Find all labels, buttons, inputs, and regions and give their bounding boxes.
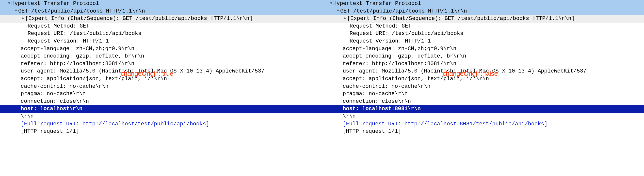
- accept-encoding-row[interactable]: accept-encoding: gzip, deflate, br\r\n: [0, 53, 322, 60]
- root-label: Hypertext Transfer Protocol: [11, 0, 99, 7]
- root-label: Hypertext Transfer Protocol: [333, 0, 421, 7]
- host-row[interactable]: host: localhost:8081\r\n: [322, 105, 644, 113]
- request-line-text: GET /test/public/api/books HTTP/1.1\r\n: [18, 8, 145, 14]
- packet-panel-left: Hypertext Transfer Protocol GET /test/pu…: [0, 0, 322, 136]
- accept-encoding-text: accept-encoding: gzip, deflate, br\r\n: [343, 53, 466, 59]
- request-version-text: Request Version: HTTP/1.1: [350, 38, 431, 44]
- disclosure-triangle-icon[interactable]: [21, 16, 25, 21]
- blank-row[interactable]: \r\n: [0, 113, 322, 120]
- expert-info-text: [Expert Info (Chat/Sequence): GET /test/…: [347, 15, 574, 22]
- disclosure-triangle-icon[interactable]: [7, 1, 11, 6]
- expert-info-row[interactable]: [Expert Info (Chat/Sequence): GET /test/…: [0, 15, 322, 23]
- request-method-text: Request Method: GET: [350, 23, 411, 29]
- accept-encoding-row[interactable]: accept-encoding: gzip, deflate, br\r\n: [322, 53, 644, 60]
- full-uri-row[interactable]: [Full request URI: http://localhost/test…: [0, 120, 322, 128]
- packet-panel-right: Hypertext Transfer Protocol GET /test/pu…: [322, 0, 644, 136]
- connection-text: connection: close\r\n: [21, 98, 89, 104]
- request-method-row[interactable]: Request Method: GET: [322, 23, 644, 30]
- full-uri-link[interactable]: [Full request URI: http://localhost/test…: [21, 121, 209, 127]
- cache-control-text: cache-control: no-cache\r\n: [21, 83, 108, 89]
- request-version-row[interactable]: Request Version: HTTP/1.1: [0, 38, 322, 45]
- annotation-right: changeOrigin: false: [443, 70, 498, 78]
- cache-control-row[interactable]: cache-control: no-cache\r\n: [322, 83, 644, 90]
- connection-text: connection: close\r\n: [343, 98, 411, 104]
- http-request-row[interactable]: [HTTP request 1/1]: [0, 128, 322, 136]
- cache-control-row[interactable]: cache-control: no-cache\r\n: [0, 83, 322, 90]
- referer-text: referer: http://localhost:8081/\r\n: [21, 61, 134, 67]
- request-version-text: Request Version: HTTP/1.1: [28, 38, 109, 44]
- annotation-left: changeOrigin: true: [121, 70, 173, 78]
- full-uri-row[interactable]: [Full request URI: http://localhost:8081…: [322, 120, 644, 128]
- request-uri-row[interactable]: Request URI: /test/public/api/books: [0, 30, 322, 38]
- request-line-row[interactable]: GET /test/public/api/books HTTP/1.1\r\n: [0, 8, 322, 15]
- blank-row[interactable]: \r\n: [322, 113, 644, 120]
- request-line-text: GET /test/public/api/books HTTP/1.1\r\n: [340, 8, 467, 14]
- tree-root[interactable]: Hypertext Transfer Protocol: [322, 0, 644, 8]
- accept-language-row[interactable]: accept-language: zh-CN,zh;q=0.9\r\n: [0, 45, 322, 53]
- request-uri-text: Request URI: /test/public/api/books: [28, 30, 141, 37]
- expert-info-text: [Expert Info (Chat/Sequence): GET /test/…: [25, 15, 252, 22]
- http-request-row[interactable]: [HTTP request 1/1]: [322, 128, 644, 136]
- referer-text: referer: http://localhost:8081/\r\n: [343, 61, 456, 67]
- pragma-row[interactable]: pragma: no-cache\r\n: [322, 90, 644, 98]
- cache-control-text: cache-control: no-cache\r\n: [343, 83, 430, 89]
- accept-language-row[interactable]: accept-language: zh-CN,zh;q=0.9\r\n: [322, 45, 644, 53]
- blank-text: \r\n: [21, 113, 34, 120]
- host-text: host: localhost:8081\r\n: [322, 106, 421, 112]
- connection-row[interactable]: connection: close\r\n: [322, 98, 644, 105]
- pragma-text: pragma: no-cache\r\n: [343, 91, 408, 97]
- host-text: host: localhost\r\n: [0, 106, 82, 112]
- full-uri-link[interactable]: [Full request URI: http://localhost:8081…: [343, 121, 548, 127]
- request-line-row[interactable]: GET /test/public/api/books HTTP/1.1\r\n: [322, 8, 644, 15]
- referer-row[interactable]: referer: http://localhost:8081/\r\n: [0, 60, 322, 68]
- referer-row[interactable]: referer: http://localhost:8081/\r\n: [322, 60, 644, 68]
- request-method-text: Request Method: GET: [28, 23, 89, 29]
- disclosure-triangle-icon[interactable]: [329, 1, 333, 6]
- http-request-text: [HTTP request 1/1]: [21, 128, 79, 135]
- disclosure-triangle-icon[interactable]: [14, 8, 18, 13]
- pragma-row[interactable]: pragma: no-cache\r\n: [0, 90, 322, 98]
- disclosure-triangle-icon[interactable]: [336, 8, 340, 13]
- host-row[interactable]: host: localhost\r\n: [0, 105, 322, 113]
- expert-info-row[interactable]: [Expert Info (Chat/Sequence): GET /test/…: [322, 15, 644, 23]
- pragma-text: pragma: no-cache\r\n: [21, 91, 86, 97]
- request-uri-row[interactable]: Request URI: /test/public/api/books: [322, 30, 644, 38]
- accept-encoding-text: accept-encoding: gzip, deflate, br\r\n: [21, 53, 144, 59]
- disclosure-triangle-icon[interactable]: [343, 16, 347, 21]
- blank-text: \r\n: [343, 113, 356, 120]
- connection-row[interactable]: connection: close\r\n: [0, 98, 322, 105]
- request-version-row[interactable]: Request Version: HTTP/1.1: [322, 38, 644, 45]
- tree-root[interactable]: Hypertext Transfer Protocol: [0, 0, 322, 8]
- accept-language-text: accept-language: zh-CN,zh;q=0.9\r\n: [21, 46, 134, 52]
- accept-language-text: accept-language: zh-CN,zh;q=0.9\r\n: [343, 46, 456, 52]
- http-request-text: [HTTP request 1/1]: [343, 128, 401, 135]
- request-method-row[interactable]: Request Method: GET: [0, 23, 322, 30]
- request-uri-text: Request URI: /test/public/api/books: [350, 30, 463, 37]
